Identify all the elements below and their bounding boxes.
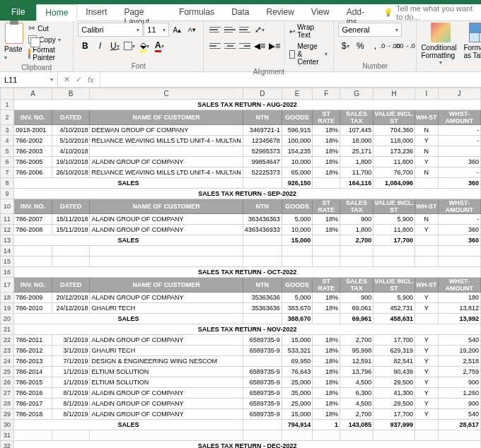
cell-rate[interactable]: 18% — [313, 214, 340, 225]
cell-tax[interactable]: 900 — [340, 214, 373, 225]
cell-dated[interactable]: 3/1/2019 — [52, 346, 90, 356]
cell-tax[interactable]: 107,445 — [340, 125, 373, 136]
cell-empty[interactable] — [282, 430, 312, 441]
cell-tax[interactable]: 1,800 — [340, 157, 373, 167]
cell-whst[interactable]: Y — [415, 303, 438, 314]
row-header-24[interactable]: 24 — [1, 356, 14, 367]
cell-empty[interactable] — [438, 430, 480, 441]
cell-dated[interactable]: 20/12/2018 — [52, 293, 90, 303]
font-size-select[interactable]: 11▾ — [144, 23, 169, 37]
cell-whamt[interactable]: 900 — [438, 399, 480, 409]
cell-empty[interactable] — [313, 430, 340, 441]
worksheet[interactable]: ABCDEFGHIJ1SALES TAX RETURN - AUG-20222I… — [0, 88, 481, 448]
cell-tax[interactable]: 13,796 — [340, 367, 373, 377]
cell-incl[interactable]: 41,300 — [373, 388, 415, 399]
tab-page-layout[interactable]: Page Layout — [115, 4, 170, 20]
cell-rate[interactable]: 18% — [313, 157, 340, 167]
cell-whamt[interactable]: 1,260 — [438, 388, 480, 399]
fill-color-button[interactable]: ⬙▾ — [137, 39, 151, 53]
row-header-23[interactable]: 23 — [1, 346, 14, 356]
cell-empty[interactable] — [313, 257, 340, 267]
row-header-11[interactable]: 11 — [1, 214, 14, 225]
row-header-32[interactable]: 32 — [1, 441, 14, 449]
cell-inv[interactable]: 786-2005 — [14, 157, 52, 167]
cell-rate[interactable]: 18% — [313, 125, 340, 136]
cell-ntn[interactable]: 363436363 — [243, 214, 282, 225]
cell-goods[interactable]: 25,000 — [282, 377, 312, 388]
cell-name[interactable]: ALADIN GROUP OF COMPANY — [90, 225, 243, 235]
row-header-18[interactable]: 18 — [1, 293, 14, 303]
format-as-table-button[interactable]: Format as Table — [463, 23, 481, 66]
cell-incl[interactable]: 90,439 — [373, 367, 415, 377]
tab-formulas[interactable]: Formulas — [170, 4, 223, 20]
cell-incl[interactable]: 82,541 — [373, 356, 415, 367]
cell-whamt[interactable] — [438, 146, 480, 157]
total-whamt[interactable]: 13,992 — [438, 314, 480, 324]
cell-name[interactable]: ALADIN GROUP OF COMPANY — [90, 409, 243, 420]
row-header-27[interactable]: 27 — [1, 388, 14, 399]
wrap-text-button[interactable]: ↩Wrap Text — [288, 23, 329, 40]
cell-inv[interactable]: 786-2018 — [14, 409, 52, 420]
cell-ntn[interactable]: 6589735-9 — [243, 367, 282, 377]
tab-view[interactable]: View — [303, 4, 338, 20]
cell-ntn[interactable]: 6589735-9 — [243, 399, 282, 409]
cell-whamt[interactable]: - — [438, 214, 480, 225]
cell-incl[interactable]: 5,900 — [373, 214, 415, 225]
tab-data[interactable]: Data — [223, 4, 257, 20]
cell-name[interactable]: ALADIN GROUP OF COMPANY — [90, 399, 243, 409]
name-box[interactable]: L11▾ — [0, 72, 58, 87]
cell[interactable] — [415, 235, 438, 246]
cell-name[interactable]: ALADIN GROUP OF COMPANY — [90, 335, 243, 346]
cell-rate[interactable]: 18% — [313, 356, 340, 367]
enter-icon[interactable]: ✓ — [76, 75, 82, 84]
row-header-5[interactable]: 5 — [1, 146, 14, 157]
row-header-26[interactable]: 26 — [1, 377, 14, 388]
row-header-20[interactable]: 20 — [1, 314, 14, 324]
cell[interactable] — [415, 178, 438, 189]
row-header-29[interactable]: 29 — [1, 409, 14, 420]
cell-ntn[interactable]: 3469721-1 — [243, 125, 282, 136]
cell-dated[interactable]: 8/1/2019 — [52, 388, 90, 399]
total-goods[interactable]: 926,150 — [282, 178, 312, 189]
cell-empty[interactable] — [373, 430, 415, 441]
cell[interactable] — [243, 420, 282, 430]
cell[interactable] — [243, 178, 282, 189]
cell-empty[interactable] — [52, 257, 90, 267]
cell-dated[interactable]: 8/1/2019 — [52, 409, 90, 420]
cell-inv[interactable]: 786-2010 — [14, 303, 52, 314]
cell-ntn[interactable]: 6589735-9 — [243, 409, 282, 420]
total-whamt[interactable]: 360 — [438, 235, 480, 246]
cell-whst[interactable]: Y — [415, 335, 438, 346]
cell-dated[interactable]: 15/11/2018 — [52, 225, 90, 235]
tab-review[interactable]: Review — [257, 4, 302, 20]
cell-dated[interactable]: 5/10/2018 — [52, 136, 90, 146]
cell-whamt[interactable]: 540 — [438, 335, 480, 346]
cell-whst[interactable]: N — [415, 146, 438, 157]
row-header-3[interactable]: 3 — [1, 125, 14, 136]
select-all-corner[interactable] — [1, 88, 14, 100]
cell-dated[interactable]: 1/1/2019 — [52, 377, 90, 388]
cell-goods[interactable]: 5,000 — [282, 214, 312, 225]
cell-incl[interactable]: 5,900 — [373, 293, 415, 303]
cell-whamt[interactable]: 2,518 — [438, 356, 480, 367]
cell-whst[interactable]: Y — [415, 409, 438, 420]
total-tax[interactable]: 164,116 — [340, 178, 373, 189]
cell-empty[interactable] — [415, 257, 438, 267]
total-rate[interactable] — [313, 178, 340, 189]
cell-whst[interactable]: Y — [415, 388, 438, 399]
cell-incl[interactable]: 11,800 — [373, 225, 415, 235]
cell-rate[interactable]: 18% — [313, 399, 340, 409]
total-rate[interactable]: 1 — [313, 420, 340, 430]
cell-rate[interactable]: 18% — [313, 335, 340, 346]
cell-tax[interactable]: 18,000 — [340, 136, 373, 146]
col-header-H[interactable]: H — [373, 88, 415, 100]
cell-dated[interactable]: 19/10/2018 — [52, 157, 90, 167]
tell-me[interactable]: 💡Tell me what you want to do... — [378, 4, 481, 20]
format-painter-button[interactable]: Format Painter — [26, 45, 69, 62]
cell-incl[interactable]: 17,700 — [373, 409, 415, 420]
cell-goods[interactable]: 35,000 — [282, 388, 312, 399]
cell-goods[interactable]: 15,000 — [282, 335, 312, 346]
cell-dated[interactable]: 7/1/2019 — [52, 356, 90, 367]
row-header-14[interactable]: 14 — [1, 246, 14, 257]
row-header-7[interactable]: 7 — [1, 167, 14, 178]
